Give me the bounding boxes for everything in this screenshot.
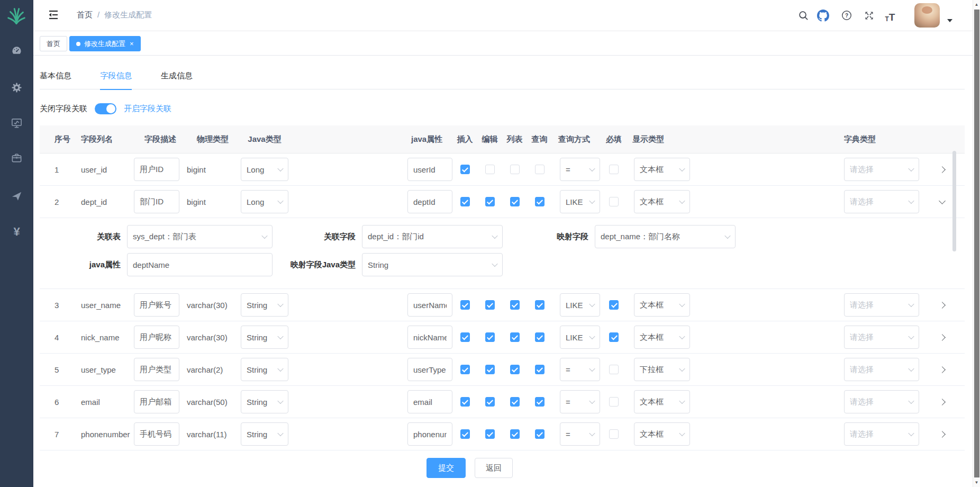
- dict-type-select[interactable]: 请选择: [844, 390, 919, 413]
- edit-checkbox[interactable]: [485, 397, 495, 407]
- dict-type-select[interactable]: 请选择: [844, 422, 919, 446]
- expand-row-button[interactable]: [919, 432, 965, 437]
- description-input[interactable]: [134, 390, 179, 413]
- java-type-select[interactable]: String: [241, 358, 288, 381]
- page-scrollbar[interactable]: ▲ ▼: [973, 0, 980, 487]
- submit-button[interactable]: 提交: [427, 458, 466, 478]
- list-checkbox[interactable]: [510, 197, 520, 206]
- sidebar-item-system[interactable]: [0, 77, 33, 98]
- edit-checkbox[interactable]: [485, 429, 495, 439]
- expand-row-button[interactable]: [919, 167, 965, 172]
- description-input[interactable]: [134, 190, 179, 213]
- query-type-select[interactable]: LIKE: [560, 190, 600, 213]
- breadcrumb-home[interactable]: 首页: [77, 10, 93, 20]
- dict-type-select[interactable]: 请选择: [844, 358, 919, 381]
- exp-java-field-input[interactable]: [127, 253, 273, 276]
- edit-checkbox[interactable]: [485, 300, 495, 310]
- back-button[interactable]: 返回: [475, 458, 513, 478]
- java-type-select[interactable]: String: [241, 422, 288, 446]
- tab-basic-info[interactable]: 基本信息: [40, 66, 71, 89]
- dict-type-select[interactable]: 请选择: [844, 293, 919, 317]
- insert-checkbox[interactable]: [460, 332, 470, 342]
- mapping-java-type-select[interactable]: String: [362, 253, 503, 276]
- relation-field-select[interactable]: dept_id：部门id: [362, 225, 503, 248]
- tag-home[interactable]: 首页: [40, 36, 67, 51]
- tab-field-info[interactable]: 字段信息: [100, 66, 132, 89]
- edit-checkbox[interactable]: [485, 197, 495, 206]
- mapping-field-select[interactable]: dept_name：部门名称: [595, 225, 736, 248]
- query-type-select[interactable]: =: [560, 390, 600, 413]
- java-type-select[interactable]: Long: [241, 190, 288, 213]
- list-checkbox[interactable]: [510, 397, 520, 407]
- html-type-select[interactable]: 文本框: [634, 326, 690, 349]
- expand-row-button[interactable]: [919, 303, 965, 308]
- java-field-input[interactable]: [407, 390, 452, 413]
- insert-checkbox[interactable]: [460, 165, 470, 174]
- edit-checkbox[interactable]: [485, 365, 495, 374]
- insert-checkbox[interactable]: [460, 300, 470, 310]
- fullscreen-icon[interactable]: [862, 8, 876, 22]
- query-checkbox[interactable]: [535, 197, 545, 206]
- expand-row-button[interactable]: [919, 400, 965, 404]
- user-menu-caret-icon[interactable]: [947, 19, 952, 22]
- tab-generate-info[interactable]: 生成信息: [161, 66, 193, 89]
- query-type-select[interactable]: LIKE: [560, 326, 600, 349]
- java-field-input[interactable]: [407, 326, 452, 349]
- expand-row-button[interactable]: [919, 201, 965, 203]
- required-checkbox[interactable]: [609, 165, 619, 174]
- description-input[interactable]: [134, 358, 179, 381]
- query-type-select[interactable]: =: [560, 158, 600, 181]
- java-field-input[interactable]: [407, 293, 452, 317]
- required-checkbox[interactable]: [609, 300, 619, 310]
- required-checkbox[interactable]: [609, 429, 619, 439]
- query-checkbox[interactable]: [535, 165, 545, 174]
- html-type-select[interactable]: 文本框: [634, 158, 690, 181]
- page-scrollbar-thumb[interactable]: [974, 10, 979, 477]
- tag-close-icon[interactable]: ×: [130, 40, 134, 47]
- sidebar-item-tools[interactable]: [0, 147, 33, 168]
- html-type-select[interactable]: 下拉框: [634, 358, 690, 381]
- list-checkbox[interactable]: [510, 332, 520, 342]
- list-checkbox[interactable]: [510, 365, 520, 374]
- list-checkbox[interactable]: [510, 429, 520, 439]
- expand-row-button[interactable]: [919, 335, 965, 340]
- java-field-input[interactable]: [407, 190, 452, 213]
- dict-type-select[interactable]: 请选择: [844, 326, 919, 349]
- html-type-select[interactable]: 文本框: [634, 422, 690, 446]
- description-input[interactable]: [134, 422, 179, 446]
- scroll-up-icon[interactable]: ▲: [973, 2, 980, 7]
- java-field-input[interactable]: [407, 422, 452, 446]
- description-input[interactable]: [134, 293, 179, 317]
- list-checkbox[interactable]: [510, 165, 520, 174]
- html-type-select[interactable]: 文本框: [634, 293, 690, 317]
- insert-checkbox[interactable]: [460, 197, 470, 206]
- sidebar-item-dashboard[interactable]: [0, 40, 33, 61]
- java-field-input[interactable]: [407, 358, 452, 381]
- java-type-select[interactable]: String: [241, 390, 288, 413]
- java-type-select[interactable]: Long: [241, 158, 288, 181]
- sidebar-item-deploy[interactable]: [0, 185, 33, 206]
- field-relation-switch[interactable]: [95, 103, 116, 114]
- tag-edit-gen-config[interactable]: 修改生成配置 ×: [69, 36, 141, 51]
- query-checkbox[interactable]: [535, 397, 545, 407]
- java-type-select[interactable]: String: [241, 293, 288, 317]
- dict-type-select[interactable]: 请选择: [844, 158, 919, 181]
- app-logo-icon[interactable]: [4, 3, 29, 28]
- query-checkbox[interactable]: [535, 429, 545, 439]
- insert-checkbox[interactable]: [460, 365, 470, 374]
- list-checkbox[interactable]: [510, 300, 520, 310]
- html-type-select[interactable]: 文本框: [634, 190, 690, 213]
- query-checkbox[interactable]: [535, 300, 545, 310]
- query-checkbox[interactable]: [535, 332, 545, 342]
- table-scrollbar-thumb[interactable]: [952, 151, 956, 251]
- query-type-select[interactable]: =: [560, 358, 600, 381]
- search-icon[interactable]: [796, 8, 810, 22]
- expand-row-button[interactable]: [919, 367, 965, 372]
- user-avatar[interactable]: [914, 3, 940, 28]
- insert-checkbox[interactable]: [460, 397, 470, 407]
- edit-checkbox[interactable]: [485, 165, 495, 174]
- help-icon[interactable]: ?: [840, 8, 854, 22]
- required-checkbox[interactable]: [609, 197, 619, 206]
- dict-type-select[interactable]: 请选择: [844, 190, 919, 213]
- required-checkbox[interactable]: [609, 332, 619, 342]
